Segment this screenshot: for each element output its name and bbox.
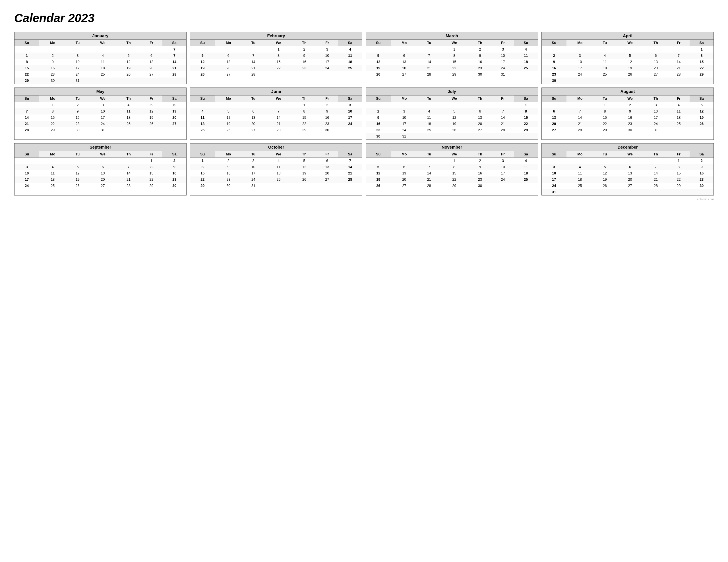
- day-cell: 16: [316, 115, 338, 121]
- day-cell: [566, 189, 594, 195]
- day-cell: [316, 71, 338, 78]
- day-cell: 13: [391, 59, 418, 65]
- day-header-su: Su: [15, 40, 39, 46]
- week-row: 19202122232425: [190, 65, 362, 71]
- day-cell: 9: [316, 108, 338, 115]
- day-cell: 8: [593, 108, 616, 115]
- day-cell: 10: [66, 59, 89, 65]
- day-cell: 18: [593, 65, 616, 71]
- day-cell: 1: [593, 102, 616, 109]
- day-cell: [668, 46, 690, 53]
- month-table: SuMoTuWeThFrSa12345678910111213141516171…: [190, 96, 362, 133]
- week-row: 18192021222324: [190, 121, 362, 127]
- day-cell: 25: [418, 127, 440, 133]
- day-cell: 7: [15, 108, 39, 115]
- day-cell: 3: [89, 102, 117, 109]
- day-cell: [15, 46, 39, 53]
- day-cell: 22: [190, 177, 215, 183]
- day-cell: 10: [338, 108, 362, 115]
- day-cell: [66, 158, 89, 164]
- day-cell: 1: [265, 46, 293, 53]
- day-cell: 4: [593, 53, 616, 59]
- day-cell: [366, 102, 391, 109]
- day-cell: 6: [542, 108, 566, 115]
- day-header-mo: Mo: [566, 40, 594, 46]
- week-row: 24252627282930: [542, 183, 713, 189]
- week-row: 22232425262728: [190, 177, 362, 183]
- day-cell: 24: [66, 71, 89, 78]
- day-header-tu: Tu: [418, 40, 440, 46]
- day-cell: 7: [162, 46, 186, 53]
- day-cell: 5: [616, 53, 644, 59]
- day-cell: 14: [338, 164, 362, 170]
- day-header-sa: Sa: [690, 96, 713, 102]
- day-header-fr: Fr: [492, 151, 514, 158]
- day-cell: 8: [39, 108, 67, 115]
- day-cell: 21: [265, 121, 293, 127]
- day-cell: 12: [440, 115, 468, 121]
- day-header-mo: Mo: [215, 40, 242, 46]
- week-row: 45678910: [190, 108, 362, 115]
- day-cell: 3: [338, 102, 362, 109]
- day-cell: 19: [292, 170, 316, 177]
- day-cell: 9: [292, 53, 316, 59]
- day-cell: 13: [391, 170, 418, 177]
- day-cell: [468, 102, 492, 109]
- day-cell: 20: [644, 65, 668, 71]
- day-cell: 1: [440, 46, 468, 53]
- day-cell: [366, 46, 391, 53]
- day-cell: 10: [316, 53, 338, 59]
- day-header-we: We: [89, 96, 117, 102]
- day-cell: 24: [566, 71, 594, 78]
- day-header-we: We: [265, 96, 293, 102]
- week-row: 3031: [366, 133, 538, 140]
- month-october: OctoberSuMoTuWeThFrSa1234567891011121314…: [190, 143, 362, 196]
- day-cell: [514, 71, 538, 78]
- day-cell: 25: [265, 177, 293, 183]
- day-cell: 28: [418, 183, 440, 189]
- day-cell: 28: [162, 71, 186, 78]
- day-cell: 26: [593, 183, 616, 189]
- day-cell: 29: [514, 127, 538, 133]
- day-cell: 23: [366, 127, 391, 133]
- day-cell: 22: [514, 121, 538, 127]
- day-cell: 3: [492, 158, 514, 164]
- day-cell: 10: [492, 164, 514, 170]
- day-cell: [418, 158, 440, 164]
- day-cell: 16: [66, 115, 89, 121]
- day-header-su: Su: [366, 96, 391, 102]
- day-cell: 6: [242, 108, 265, 115]
- day-cell: 9: [66, 108, 89, 115]
- month-may: MaySuMoTuWeThFrSa12345678910111213141516…: [14, 88, 187, 140]
- day-cell: 13: [468, 115, 492, 121]
- day-header-we: We: [265, 151, 293, 158]
- day-cell: 6: [162, 102, 186, 109]
- day-cell: 18: [190, 121, 215, 127]
- week-row: 293031: [190, 183, 362, 189]
- day-cell: 14: [15, 115, 39, 121]
- day-cell: 19: [215, 121, 242, 127]
- day-cell: 2: [542, 53, 566, 59]
- day-header-th: Th: [292, 40, 316, 46]
- day-cell: 21: [644, 177, 668, 183]
- day-cell: 17: [89, 115, 117, 121]
- day-cell: 22: [15, 71, 39, 78]
- day-cell: 22: [140, 177, 163, 183]
- day-header-mo: Mo: [391, 96, 418, 102]
- day-cell: [616, 46, 644, 53]
- week-row: 567891011: [190, 53, 362, 59]
- day-cell: 15: [593, 115, 616, 121]
- day-header-th: Th: [117, 40, 140, 46]
- day-cell: 9: [542, 59, 566, 65]
- day-cell: 29: [440, 71, 468, 78]
- week-row: 24252627282930: [15, 183, 186, 189]
- day-header-mo: Mo: [215, 96, 242, 102]
- day-cell: 28: [15, 127, 39, 133]
- day-header-sa: Sa: [690, 40, 713, 46]
- day-cell: 23: [316, 121, 338, 127]
- day-cell: 12: [616, 59, 644, 65]
- day-cell: 17: [566, 65, 594, 71]
- day-cell: 5: [215, 108, 242, 115]
- day-header-mo: Mo: [566, 151, 594, 158]
- day-cell: 23: [292, 65, 316, 71]
